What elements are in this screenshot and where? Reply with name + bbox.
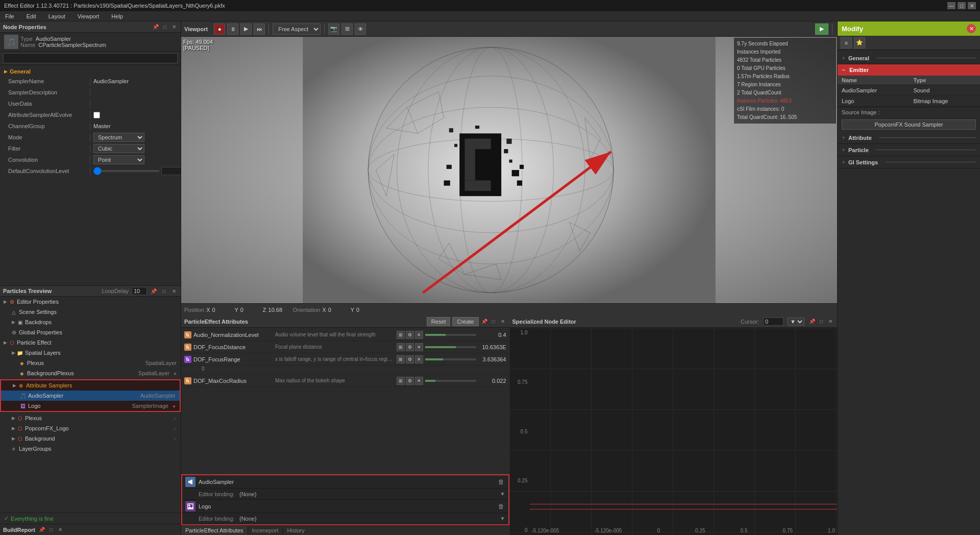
tree-background[interactable]: ▶ ⬡ Background ○: [0, 433, 181, 444]
modify-toolbar: ≡ ⭐: [838, 36, 980, 50]
sampler-audio-binding-arrow[interactable]: ▼: [500, 491, 505, 497]
vp-cam-btn[interactable]: 📷: [328, 23, 339, 35]
vp-record-btn[interactable]: ●: [214, 23, 225, 35]
attr-btn-grid3[interactable]: ⊞: [397, 355, 405, 363]
treeview-pin-btn[interactable]: 📌: [150, 287, 157, 295]
info-line1: 9.7y Seconds Elapsed: [737, 40, 833, 48]
treeview-close-btn[interactable]: ✕: [170, 287, 178, 295]
popcorn-sound-btn[interactable]: PopcornFX Sound Sampler: [842, 119, 976, 130]
prop-filter-dropdown[interactable]: Cubic: [93, 144, 144, 153]
treeview-float-btn[interactable]: □: [160, 287, 167, 295]
tab-particle-attrs[interactable]: ParticleEffect Attributes: [181, 526, 248, 535]
search-input[interactable]: [3, 53, 178, 63]
tree-arrow-particle: ▶: [2, 339, 8, 346]
prop-attr-sampler-evolve-check[interactable]: [93, 112, 100, 118]
tree-attr-samplers[interactable]: ▶ ⊕ Attribute Samplers: [1, 380, 180, 391]
minimize-btn[interactable]: —: [947, 2, 955, 9]
tab-history[interactable]: History: [283, 526, 309, 535]
ne-float-btn[interactable]: □: [818, 318, 825, 325]
build-float[interactable]: □: [47, 526, 55, 533]
gi-section-title: GI Settings: [848, 159, 878, 165]
attr-pin-btn[interactable]: 📌: [481, 318, 488, 325]
close-btn[interactable]: ✕: [968, 2, 976, 9]
menu-help[interactable]: Help: [108, 12, 126, 20]
menu-file[interactable]: File: [2, 12, 17, 20]
emitter-row-logo[interactable]: Logo Bitmap Image: [838, 96, 980, 107]
prop-user-data-label: UserData: [8, 101, 90, 107]
tree-scene-settings[interactable]: △ Scene Settings: [0, 307, 181, 317]
tree-plexus2[interactable]: ▶ ⬡ Plexus ○: [0, 413, 181, 423]
modify-tool-1[interactable]: ≡: [841, 37, 852, 48]
attr-btn-grid2[interactable]: ⊞: [397, 343, 405, 351]
maximize-btn[interactable]: □: [958, 2, 966, 9]
build-close[interactable]: ✕: [57, 526, 64, 533]
particle-section-btn[interactable]: + Particle: [838, 144, 980, 156]
emitter-row-audio[interactable]: AudioSampler Sound: [838, 85, 980, 96]
tree-spatial-layers[interactable]: ▶ 📁 Spatial Layers: [0, 348, 181, 358]
modify-tool-2[interactable]: ⭐: [854, 37, 865, 48]
attr-btn-gear4[interactable]: ⚙: [406, 377, 414, 385]
sampler-logo-binding-arrow[interactable]: ▼: [500, 516, 505, 521]
menu-layout[interactable]: Layout: [45, 12, 68, 20]
attr-btn-del[interactable]: ✕: [415, 331, 423, 339]
cursor-dropdown[interactable]: ▼: [788, 318, 804, 326]
vp-green-btn[interactable]: ▶: [815, 23, 828, 35]
attr-btn-grid4[interactable]: ⊞: [397, 377, 405, 385]
tree-backdrops[interactable]: ▶ ▣ Backdrops: [0, 317, 181, 327]
gi-section-btn[interactable]: + GI Settings: [838, 156, 980, 168]
tree-audio-sampler[interactable]: 🎵 AudioSampler AudioSampler: [1, 391, 180, 401]
tree-editor-props[interactable]: ▶ ⚙ Editor Properties: [0, 297, 181, 307]
prop-slider-input[interactable]: [93, 170, 159, 172]
panel-float-btn[interactable]: □: [161, 23, 168, 31]
attr-close-btn[interactable]: ✕: [499, 318, 506, 325]
ne-close-btn[interactable]: ✕: [827, 318, 834, 325]
sampler-audio-delete[interactable]: 🗑: [497, 478, 505, 486]
prop-sep8: [90, 156, 90, 164]
vp-view-btn[interactable]: 👁: [355, 23, 366, 35]
create-btn[interactable]: Create: [452, 317, 478, 326]
sampler-logo-delete[interactable]: 🗑: [497, 502, 505, 510]
tree-layer-groups[interactable]: ≡ LayerGroups: [0, 444, 181, 454]
tree-global-props[interactable]: ⚙ Global Properties: [0, 327, 181, 337]
node-editor-canvas[interactable]: 1.0 0.75 0.5 0.25 0 -5.120e-005 -5.120e-…: [509, 328, 838, 535]
tree-plexus[interactable]: ◈ Plexus SpatialLayer: [0, 358, 181, 368]
attr-btn-del2[interactable]: ✕: [415, 343, 423, 351]
vp-pause-btn[interactable]: ⏸: [227, 23, 238, 35]
attr-btn-gear2[interactable]: ⚙: [406, 343, 414, 351]
panel-close-btn[interactable]: ✕: [170, 23, 178, 31]
tree-particle-effect[interactable]: ▶ ⬡ Particle Effect: [0, 337, 181, 348]
cursor-input[interactable]: [763, 318, 783, 326]
menu-viewport[interactable]: Viewport: [75, 12, 103, 20]
vp-aspect-dropdown[interactable]: Free Aspect: [273, 23, 321, 35]
general-group-header[interactable]: ▶ General: [0, 67, 181, 76]
tree-logo[interactable]: 🖼 Logo SamplerImage ●: [1, 401, 180, 411]
attribute-section-btn[interactable]: + Attribute: [838, 132, 980, 144]
attr-btn-del4[interactable]: ✕: [415, 377, 423, 385]
attr-btn-gear[interactable]: ⚙: [406, 331, 414, 339]
attr-btn-del3[interactable]: ✕: [415, 355, 423, 363]
reset-btn[interactable]: Reset: [427, 317, 451, 326]
tree-popcornfx-logo[interactable]: ▶ ⬡ PopcornFX_Logo ○: [0, 423, 181, 433]
build-pin[interactable]: 📌: [38, 526, 45, 533]
general-section-btn[interactable]: + General: [838, 52, 980, 64]
vp-sep3: [832, 24, 832, 34]
node-type-row: 🎵 Type AudioSampler Name CParticleSample…: [0, 33, 181, 52]
ne-pin-btn[interactable]: 📌: [808, 318, 816, 325]
tree-bg-plexus[interactable]: ◈ BackgroundPlexus SpatialLayer ●: [0, 368, 181, 378]
vp-play-btn[interactable]: ▶: [240, 23, 252, 35]
sampler-logo-binding-label: Editor binding:: [199, 516, 239, 522]
prop-convolution-dropdown[interactable]: Point: [93, 155, 144, 164]
attr-btn-gear3[interactable]: ⚙: [406, 355, 414, 363]
vp-grid-btn[interactable]: ⊞: [341, 23, 353, 35]
emitter-header[interactable]: − Emitter: [838, 64, 980, 76]
attr-btn-grid[interactable]: ⊞: [397, 331, 405, 339]
panel-pin-btn[interactable]: 📌: [152, 23, 159, 31]
loop-delay-input[interactable]: [132, 287, 147, 295]
menu-edit[interactable]: Edit: [23, 12, 39, 20]
tab-inceneport[interactable]: Inceneport: [248, 526, 283, 535]
vp-skip-btn[interactable]: ⏭: [254, 23, 265, 35]
modify-close-btn[interactable]: ✕: [967, 24, 976, 33]
attr-ctrl-norm: ⊞ ⚙ ✕: [397, 331, 423, 339]
prop-mode-dropdown[interactable]: Spectrum: [93, 133, 144, 142]
attr-float-btn[interactable]: □: [490, 318, 497, 325]
